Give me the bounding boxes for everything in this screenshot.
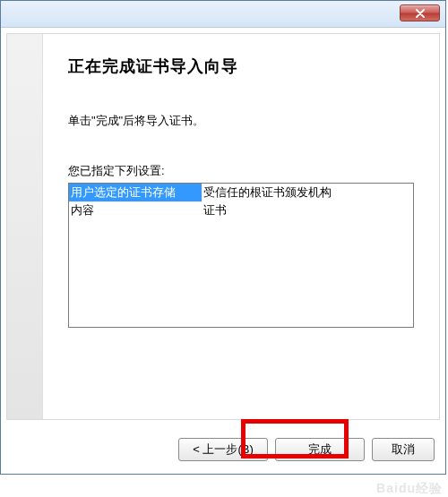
finish-button[interactable]: 完成 bbox=[275, 438, 365, 461]
watermark: Baidu经验 bbox=[376, 481, 443, 497]
list-item[interactable]: 用户选定的证书存储 受信任的根证书颁发机构 bbox=[69, 184, 413, 201]
setting-name: 内容 bbox=[69, 201, 202, 219]
settings-label: 您已指定下列设置: bbox=[68, 163, 414, 179]
setting-name: 用户选定的证书存储 bbox=[69, 184, 202, 201]
wizard-side-image bbox=[7, 34, 43, 419]
wizard-instruction: 单击"完成"后将导入证书。 bbox=[68, 113, 414, 129]
setting-value: 证书 bbox=[202, 201, 413, 219]
wizard-main: 正在完成证书导入向导 单击"完成"后将导入证书。 您已指定下列设置: 用户选定的… bbox=[43, 34, 439, 337]
cancel-button[interactable]: 取消 bbox=[372, 438, 435, 461]
wizard-heading: 正在完成证书导入向导 bbox=[68, 56, 414, 77]
window-close-button[interactable] bbox=[400, 4, 440, 21]
setting-value: 受信任的根证书颁发机构 bbox=[202, 184, 413, 201]
wizard-window: 正在完成证书导入向导 单击"完成"后将导入证书。 您已指定下列设置: 用户选定的… bbox=[0, 0, 446, 475]
titlebar bbox=[1, 1, 445, 28]
settings-listbox[interactable]: 用户选定的证书存储 受信任的根证书颁发机构 内容 证书 bbox=[68, 183, 414, 328]
back-button[interactable]: < 上一步(B) bbox=[178, 438, 268, 461]
wizard-button-row: < 上一步(B) 完成 取消 bbox=[1, 425, 445, 474]
close-icon bbox=[415, 9, 426, 18]
wizard-content: 正在完成证书导入向导 单击"完成"后将导入证书。 您已指定下列设置: 用户选定的… bbox=[6, 33, 440, 420]
list-item[interactable]: 内容 证书 bbox=[69, 201, 413, 219]
